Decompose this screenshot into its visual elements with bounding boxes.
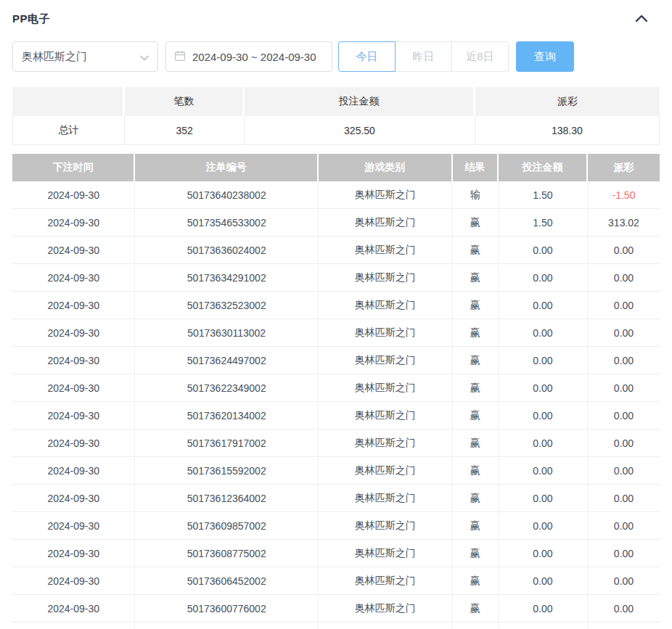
cell-result: 赢 bbox=[453, 485, 499, 512]
cell-game-category: 奥林匹斯之门 bbox=[319, 429, 453, 457]
quick-range-last8days[interactable]: 近8日 bbox=[451, 41, 509, 72]
cell-result: 赢 bbox=[453, 264, 499, 292]
cell-payout: -1.50 bbox=[588, 181, 660, 209]
summary-total-row: 总计 352 325.50 138.30 bbox=[12, 116, 660, 145]
cell-bet-amount: 0.00 bbox=[499, 319, 588, 347]
table-row: 2024-09-30 50173606452002 奥林匹斯之门 赢 0.00 … bbox=[12, 567, 660, 595]
cell-bet-time: 2024-09-30 bbox=[12, 512, 135, 540]
table-row: 2024-09-30 50173622349002 奥林匹斯之门 赢 0.00 … bbox=[12, 374, 660, 402]
cell-payout: 0.00 bbox=[588, 264, 660, 292]
cell-order-number: 50173632523002 bbox=[135, 292, 318, 319]
cell-result: 赢 bbox=[453, 540, 499, 567]
summary-table: 笔数 投注金额 派彩 总计 352 325.50 138.30 bbox=[12, 87, 660, 145]
records-body: 2024-09-30 50173640238002 奥林匹斯之门 输 1.50 … bbox=[12, 181, 660, 622]
cell-bet-time: 2024-09-30 bbox=[12, 595, 135, 622]
cell-bet-time: 2024-09-30 bbox=[12, 209, 135, 237]
cell-result: 赢 bbox=[453, 595, 499, 622]
cell-bet-time: 2024-09-30 bbox=[12, 567, 135, 595]
cell-order-number: 50173612364002 bbox=[135, 485, 318, 512]
cell-result: 赢 bbox=[453, 567, 499, 595]
game-select-value: 奥林匹斯之门 bbox=[22, 50, 87, 64]
cell-game-category: 奥林匹斯之门 bbox=[319, 292, 453, 319]
col-payout: 派彩 bbox=[588, 154, 660, 181]
cell-bet-amount: 0.00 bbox=[499, 237, 588, 264]
cell-order-number: 50173546533002 bbox=[135, 209, 318, 237]
table-row: 2024-09-30 50173600776002 奥林匹斯之门 赢 0.00 … bbox=[12, 595, 660, 622]
cell-result: 赢 bbox=[453, 292, 499, 319]
cell-order-number: 50173600776002 bbox=[135, 595, 318, 622]
cell-payout: 0.00 bbox=[588, 374, 660, 402]
chevron-up-icon bbox=[635, 14, 648, 25]
cell-empty bbox=[588, 622, 660, 629]
cell-result: 赢 bbox=[453, 457, 499, 485]
table-row: 2024-09-30 50173620134002 奥林匹斯之门 赢 0.00 … bbox=[12, 402, 660, 429]
cell-empty bbox=[135, 622, 318, 629]
cell-bet-amount: 0.00 bbox=[499, 512, 588, 540]
game-select[interactable]: 奥林匹斯之门 bbox=[12, 41, 158, 72]
summary-total-count: 352 bbox=[125, 116, 245, 145]
table-row-partial bbox=[12, 622, 660, 629]
summary-col-count: 笔数 bbox=[125, 87, 245, 116]
cell-result: 赢 bbox=[453, 429, 499, 457]
summary-col-payout: 派彩 bbox=[475, 87, 660, 116]
cell-bet-amount: 0.00 bbox=[499, 264, 588, 292]
cell-game-category: 奥林匹斯之门 bbox=[319, 402, 453, 429]
cell-payout: 0.00 bbox=[588, 595, 660, 622]
cell-game-category: 奥林匹斯之门 bbox=[319, 319, 453, 347]
col-game-category: 游戏类别 bbox=[319, 154, 453, 181]
cell-game-category: 奥林匹斯之门 bbox=[319, 485, 453, 512]
cell-order-number: 50173630113002 bbox=[135, 319, 318, 347]
quick-range-yesterday[interactable]: 昨日 bbox=[395, 41, 452, 72]
cell-bet-amount: 1.50 bbox=[499, 181, 588, 209]
cell-order-number: 50173622349002 bbox=[135, 374, 318, 402]
cell-bet-amount: 0.00 bbox=[499, 567, 588, 595]
cell-payout: 0.00 bbox=[588, 485, 660, 512]
quick-range-group: 今日 昨日 近8日 bbox=[338, 41, 509, 72]
col-order-number: 注单编号 bbox=[135, 154, 318, 181]
cell-game-category: 奥林匹斯之门 bbox=[319, 181, 453, 209]
quick-range-today[interactable]: 今日 bbox=[338, 41, 396, 72]
cell-payout: 0.00 bbox=[588, 567, 660, 595]
cell-game-category: 奥林匹斯之门 bbox=[319, 457, 453, 485]
cell-bet-amount: 0.00 bbox=[499, 595, 588, 622]
cell-bet-amount: 0.00 bbox=[499, 347, 588, 374]
cell-game-category: 奥林匹斯之门 bbox=[319, 512, 453, 540]
table-row: 2024-09-30 50173634291002 奥林匹斯之门 赢 0.00 … bbox=[12, 264, 660, 292]
cell-bet-amount: 0.00 bbox=[499, 429, 588, 457]
table-row: 2024-09-30 50173546533002 奥林匹斯之门 赢 1.50 … bbox=[12, 209, 660, 237]
cell-bet-time: 2024-09-30 bbox=[12, 237, 135, 264]
calendar-icon bbox=[174, 50, 186, 64]
summary-col-bet-amount: 投注金额 bbox=[245, 87, 475, 116]
summary-header-row: 笔数 投注金额 派彩 bbox=[12, 87, 660, 116]
cell-bet-time: 2024-09-30 bbox=[12, 457, 135, 485]
date-range-picker[interactable]: 2024-09-30 ~ 2024-09-30 bbox=[165, 41, 332, 72]
cell-payout: 0.00 bbox=[588, 292, 660, 319]
cell-bet-amount: 0.00 bbox=[499, 374, 588, 402]
cell-bet-amount: 0.00 bbox=[499, 402, 588, 429]
cell-order-number: 50173624497002 bbox=[135, 347, 318, 374]
betting-records-panel: PP电子 奥林匹斯之门 2024-09-30 ~ 2024-09- bbox=[0, 0, 672, 629]
cell-payout: 0.00 bbox=[588, 402, 660, 429]
cell-bet-amount: 0.00 bbox=[499, 540, 588, 567]
cell-order-number: 50173617917002 bbox=[135, 429, 318, 457]
table-row: 2024-09-30 50173608775002 奥林匹斯之门 赢 0.00 … bbox=[12, 540, 660, 567]
page-title: PP电子 bbox=[12, 12, 50, 26]
cell-payout: 313.02 bbox=[588, 209, 660, 237]
cell-game-category: 奥林匹斯之门 bbox=[319, 374, 453, 402]
records-partial-row-clipped bbox=[12, 622, 660, 629]
cell-empty bbox=[499, 622, 588, 629]
cell-bet-time: 2024-09-30 bbox=[12, 485, 135, 512]
cell-payout: 0.00 bbox=[588, 429, 660, 457]
col-result: 结果 bbox=[453, 154, 499, 181]
collapse-button[interactable] bbox=[632, 11, 651, 27]
cell-order-number: 50173606452002 bbox=[135, 567, 318, 595]
cell-order-number: 50173615592002 bbox=[135, 457, 318, 485]
cell-order-number: 50173636024002 bbox=[135, 237, 318, 264]
cell-order-number: 50173608775002 bbox=[135, 540, 318, 567]
cell-bet-time: 2024-09-30 bbox=[12, 540, 135, 567]
cell-bet-time: 2024-09-30 bbox=[12, 402, 135, 429]
search-button[interactable]: 查询 bbox=[516, 41, 574, 72]
cell-payout: 0.00 bbox=[588, 457, 660, 485]
cell-bet-time: 2024-09-30 bbox=[12, 181, 135, 209]
table-row: 2024-09-30 50173609857002 奥林匹斯之门 赢 0.00 … bbox=[12, 512, 660, 540]
